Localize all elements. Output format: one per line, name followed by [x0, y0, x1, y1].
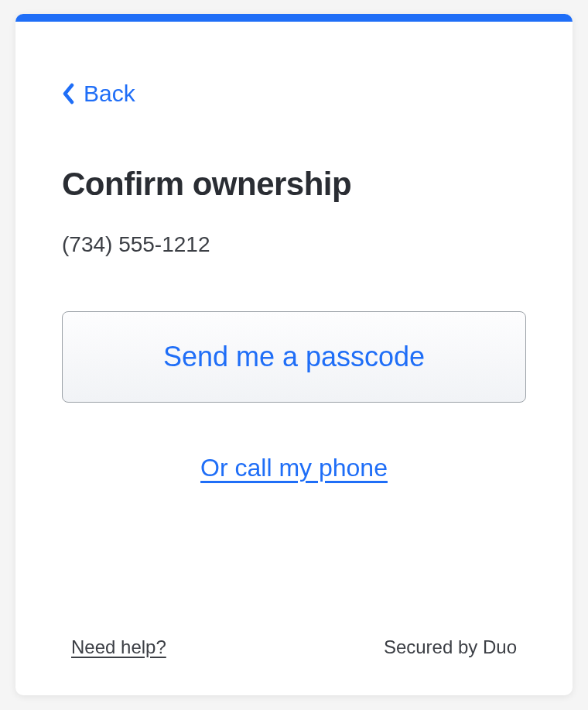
back-label: Back: [84, 81, 135, 107]
back-button[interactable]: Back: [62, 81, 135, 107]
accent-top-bar: [15, 14, 573, 22]
card-content: Back Confirm ownership (734) 555-1212 Se…: [15, 22, 573, 636]
auth-card: Back Confirm ownership (734) 555-1212 Se…: [15, 14, 573, 695]
send-passcode-button[interactable]: Send me a passcode: [62, 311, 526, 403]
phone-number: (734) 555-1212: [62, 232, 526, 257]
call-phone-link[interactable]: Or call my phone: [200, 454, 388, 482]
chevron-left-icon: [62, 83, 74, 105]
need-help-link[interactable]: Need help?: [71, 636, 166, 658]
page-title: Confirm ownership: [62, 166, 526, 203]
secured-by-label: Secured by Duo: [384, 636, 517, 658]
card-footer: Need help? Secured by Duo: [15, 636, 573, 695]
